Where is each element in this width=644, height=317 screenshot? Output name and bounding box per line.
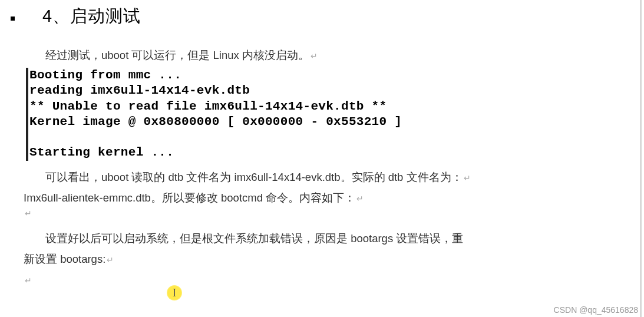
spell-error-dtb: dtb	[169, 171, 184, 183]
code-line: ** Unable to read file imx6ull-14x14-evk…	[29, 100, 387, 113]
paragraph-analysis-1: 可以看出，uboot 读取的 dtb 文件名为 imx6ull-14x14-ev…	[24, 167, 620, 187]
empty-line: ↵	[24, 208, 620, 228]
grammar-error-kernel: 内核没	[242, 49, 276, 61]
paragraph-mark-icon: ↵	[107, 255, 114, 265]
text-run: 新设置	[24, 253, 60, 265]
list-bullet-icon	[11, 16, 15, 21]
paragraph-bootargs-2: 新设置 bootargs:↵	[24, 249, 620, 269]
document-page: 4、启动测试 经过测试，uboot 可以运行，但是 Linux 内核没启动。↵ …	[0, 0, 644, 302]
text-run: 可以运行，但是 Linux	[128, 49, 242, 61]
text-run: 设置好以后可以启动系统，但是根文件系统加载错误，原因是	[45, 232, 351, 245]
paragraph-intro: 经过测试，uboot 可以运行，但是 Linux 内核没启动。↵	[24, 45, 620, 65]
paragraph-bootargs-1: 设置好以后可以启动系统，但是根文件系统加载错误，原因是 bootargs 设置错…	[24, 228, 620, 249]
text-run: 启动。	[276, 49, 309, 61]
paragraph-mark-icon: ↵	[311, 51, 318, 61]
code-line: Starting kernel ...	[29, 146, 174, 159]
text-run: 可以看出，	[45, 171, 101, 183]
text-cursor-icon: I	[167, 285, 182, 301]
spell-error-uboot: uboot	[101, 49, 128, 61]
text-run: 命令。内容如下：	[263, 191, 355, 204]
spell-error-bootargs: bootargs	[351, 232, 393, 245]
spell-error-bootargs: bootargs:	[60, 253, 105, 265]
text-run: 文件名为 imx6ull-14x14-evk.dtb。实际的	[183, 171, 388, 183]
text-run: 文件名为：	[403, 171, 462, 183]
paragraph-analysis-2: Imx6ull-alientek-emmc.dtb。所以要修改 bootcmd …	[24, 187, 620, 208]
code-line: reading imx6ull-14x14-evk.dtb	[29, 84, 250, 97]
paragraph-mark-icon: ↵	[356, 194, 364, 203]
text-run: Imx6ull-alientek-emmc.dtb。所以要修改	[24, 191, 221, 204]
empty-paragraph: ↵	[24, 269, 620, 290]
paragraph-mark-icon: ↵	[25, 276, 32, 285]
i-beam-glyph: I	[173, 287, 176, 299]
terminal-output: Booting from mmc ... reading imx6ull-14x…	[26, 68, 620, 161]
spell-error-uboot: uboot	[101, 171, 128, 183]
code-line: Kernel image @ 0x80800000 [ 0x000000 - 0…	[29, 115, 402, 128]
section-heading: 4、启动测试	[42, 5, 620, 28]
code-line: Booting from mmc ...	[29, 68, 181, 82]
spell-error-dtb: dtb	[388, 171, 404, 183]
text-run: 经过测试，	[45, 49, 101, 61]
spell-error-bootcmd: bootcmd	[221, 191, 263, 204]
paragraph-mark-icon: ↵	[464, 173, 471, 183]
text-run: 读取的	[128, 171, 168, 183]
paragraph-mark-icon: ↵	[25, 209, 32, 218]
text-run: 设置错误，重	[393, 232, 463, 245]
watermark-text: CSDN @qq_45616828	[554, 305, 638, 315]
